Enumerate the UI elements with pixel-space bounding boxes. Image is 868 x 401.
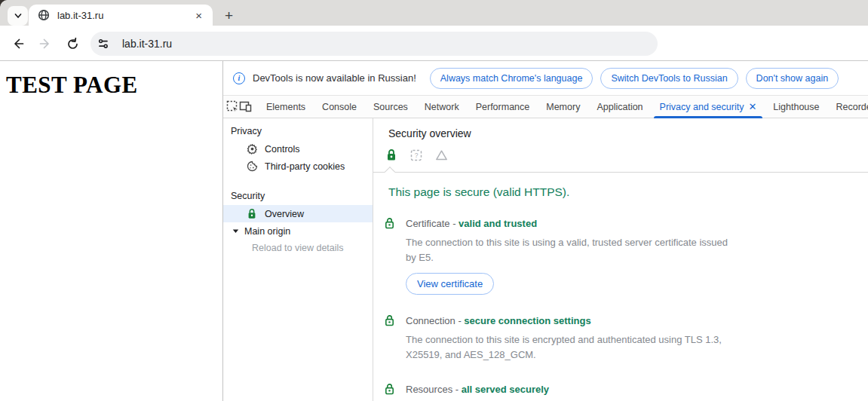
browser-tab[interactable]: lab.it-31.ru × [29, 5, 213, 26]
view-certificate-button[interactable]: View certificate [406, 273, 494, 295]
tab-label: Network [425, 102, 459, 112]
secure-summary: This page is secure (valid HTTPS). [388, 185, 868, 199]
devtools-tabbar: Elements Console Sources Network Perform… [223, 96, 868, 118]
connection-value[interactable]: secure connection settings [464, 315, 590, 326]
sidebar-item-label: Overview [265, 209, 304, 219]
browser-toolbar: lab.it-31.ru [0, 26, 868, 61]
lock-icon [384, 383, 396, 395]
inspect-element-button[interactable] [226, 96, 239, 118]
certificate-label: Certificate - [406, 218, 459, 229]
secure-lock-icon [385, 148, 398, 161]
browser-window: lab.it-31.ru × + lab.it-31.ru [0, 0, 868, 401]
tab-privacy-and-security[interactable]: Privacy and security ✕ [652, 96, 765, 118]
url-text: lab.it-31.ru [122, 38, 172, 50]
tab-label: Lighthouse [773, 102, 819, 112]
tab-label: Elements [266, 102, 305, 112]
tab-title: lab.it-31.ru [57, 10, 192, 21]
divider-notch [385, 167, 395, 177]
sidebar-item-overview[interactable]: Overview [223, 205, 373, 222]
sidebar-item-label: Main origin [244, 226, 290, 237]
tab-search-button[interactable] [8, 6, 28, 26]
inspect-cursor-icon [226, 100, 239, 113]
tab-lighthouse[interactable]: Lighthouse [765, 96, 827, 118]
sidebar-heading-privacy: Privacy [223, 120, 373, 140]
cookie-icon [246, 161, 258, 172]
webpage-viewport: TEST PAGE [0, 61, 223, 401]
lock-icon [384, 217, 396, 229]
security-overview-panel: Security overview ? [373, 118, 868, 401]
svg-text:?: ? [415, 152, 419, 159]
resources-section: Resources - all served securely [384, 382, 868, 396]
device-toolbar-icon [239, 100, 252, 113]
info-icon: i [233, 72, 245, 84]
tab-label: Memory [546, 102, 580, 112]
lock-icon [246, 208, 258, 219]
tab-recorder[interactable]: Recorder [828, 96, 868, 118]
resources-label: Resources - [406, 384, 462, 395]
sidebar-item-label: Third-party cookies [265, 161, 345, 172]
tab-network[interactable]: Network [416, 96, 468, 118]
reload-hint: Reload to view details [223, 240, 373, 256]
back-button[interactable] [9, 35, 27, 53]
chevron-down-icon [14, 11, 23, 20]
tab-label: Application [597, 102, 643, 112]
connection-label: Connection - [406, 315, 464, 326]
sidebar-item-controls[interactable]: Controls [223, 140, 373, 158]
tab-strip: lab.it-31.ru × + [0, 0, 868, 26]
address-bar[interactable]: lab.it-31.ru [90, 32, 658, 56]
caret-down-icon [232, 228, 239, 234]
lock-icon [384, 314, 396, 326]
match-language-button[interactable]: Always match Chrome's language [430, 68, 593, 89]
tab-close-icon[interactable]: ✕ [748, 101, 756, 112]
connection-section: Connection - secure connection settings [384, 314, 868, 327]
sidebar-item-third-party-cookies[interactable]: Third-party cookies [223, 158, 373, 175]
tab-label: Recorder [836, 102, 868, 112]
certificate-value: valid and trusted [459, 218, 537, 229]
window-content: TEST PAGE i DevTools is now available in… [0, 61, 868, 401]
tab-elements[interactable]: Elements [258, 96, 314, 118]
sidebar-gap [223, 175, 373, 185]
forward-button[interactable] [36, 35, 54, 53]
dont-show-again-button[interactable]: Don't show again [746, 68, 839, 89]
panel-divider [373, 172, 868, 173]
switch-to-russian-button[interactable]: Switch DevTools to Russian [600, 68, 738, 89]
devtools-panel: i DevTools is now available in Russian! … [223, 61, 868, 401]
security-sidebar: Privacy Controls [223, 118, 373, 401]
panel-title: Security overview [388, 127, 868, 139]
tab-memory[interactable]: Memory [538, 96, 588, 118]
sidebar-item-label: Controls [265, 144, 300, 155]
reload-icon [66, 38, 79, 51]
device-toolbar-button[interactable] [239, 96, 252, 118]
warning-triangle-icon [435, 149, 448, 161]
tab-close-icon[interactable]: × [192, 8, 205, 23]
unknown-origin-icon: ? [410, 149, 423, 161]
back-arrow-icon [11, 37, 25, 51]
site-settings-button[interactable] [90, 38, 116, 50]
reload-button[interactable] [63, 35, 81, 53]
page-title: TEST PAGE [6, 72, 216, 99]
security-state-icons: ? [385, 148, 868, 161]
sidebar-heading-security: Security [223, 185, 373, 205]
devtools-infobar: i DevTools is now available in Russian! … [223, 61, 868, 96]
tab-label: Sources [373, 102, 408, 112]
tab-application[interactable]: Application [588, 96, 651, 118]
globe-favicon-icon [38, 9, 50, 21]
tab-console[interactable]: Console [314, 96, 365, 118]
forward-arrow-icon [38, 37, 52, 51]
devtools-body: Privacy Controls [223, 118, 868, 401]
tune-icon [97, 38, 109, 50]
gear-icon [246, 143, 258, 155]
tab-label: Performance [476, 102, 530, 112]
tab-label: Privacy and security [660, 102, 744, 112]
tab-performance[interactable]: Performance [468, 96, 538, 118]
tab-label: Console [322, 102, 357, 112]
infobar-message: DevTools is now available in Russian! [253, 72, 416, 84]
tab-sources[interactable]: Sources [365, 96, 416, 118]
certificate-section: Certificate - valid and trusted [384, 216, 868, 230]
certificate-description: The connection to this site is using a v… [406, 235, 828, 265]
new-tab-button[interactable]: + [219, 5, 239, 26]
connection-description: The connection to this site is encrypted… [406, 332, 828, 363]
sidebar-item-main-origin[interactable]: Main origin [223, 222, 373, 240]
resources-value: all served securely [462, 384, 549, 395]
